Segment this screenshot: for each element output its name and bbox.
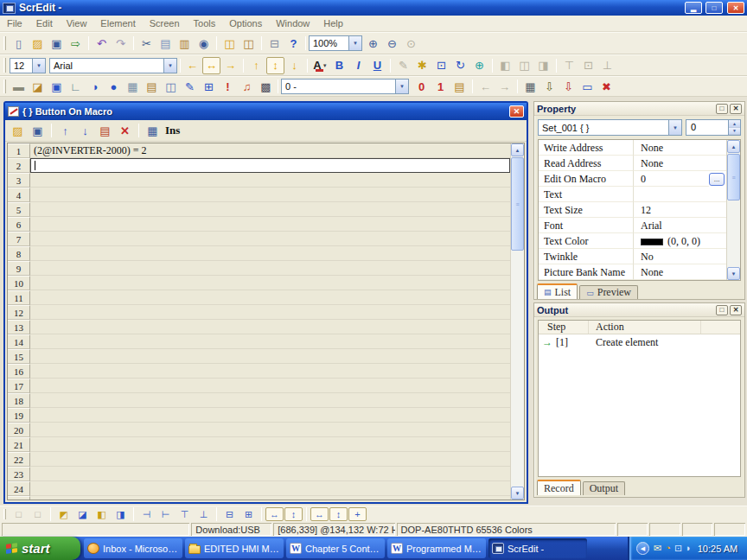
taskbar-task[interactable]: EDITED HMI MANUEL [185, 538, 284, 558]
macro-move-down-icon[interactable]: ↓ [76, 122, 94, 139]
chevron-down-icon[interactable]: ▼ [348, 36, 361, 50]
same-size-icon[interactable]: + [348, 507, 367, 521]
meter-element-icon[interactable]: ◪ [29, 78, 47, 95]
bring-forward-icon[interactable]: ◧ [93, 507, 111, 521]
macro-open-icon[interactable]: ▨ [9, 122, 27, 139]
macro-line[interactable]: 25 [8, 496, 510, 500]
macro-line[interactable]: 13 [8, 320, 510, 334]
clock-icon[interactable]: ◔ [665, 544, 671, 553]
zoom-out-icon[interactable]: ⊖ [383, 35, 401, 52]
tab-record[interactable]: Record [537, 480, 581, 495]
menu-screen[interactable]: Screen [143, 16, 187, 31]
macro-line[interactable]: 18 [8, 393, 510, 408]
collapse-chevron-icon[interactable]: ◀ [636, 542, 649, 555]
minimize-button[interactable]: ▂ [685, 2, 702, 14]
scroll-up-button[interactable]: ▲ [727, 140, 740, 153]
new-screen-icon[interactable]: ◫ [220, 35, 239, 52]
space-down-icon[interactable]: ↕ [284, 507, 303, 521]
restore-button[interactable]: □ [706, 2, 723, 14]
font-name-combobox[interactable]: Arial ▼ [49, 58, 177, 73]
rotate-element-icon[interactable]: ↻ [451, 57, 469, 74]
screen-manager-icon[interactable]: ▭ [578, 78, 597, 95]
font-size-combobox[interactable]: 12 ▼ [10, 58, 46, 73]
build-icon[interactable]: ▦ [521, 78, 540, 95]
float-panel-button[interactable]: □ [716, 104, 728, 114]
element-property-icon[interactable]: ▤ [450, 78, 469, 95]
scroll-thumb[interactable]: ≡ [511, 157, 524, 251]
help-icon[interactable]: ? [284, 35, 303, 52]
menu-view[interactable]: View [60, 16, 94, 31]
taskbar-task[interactable]: Inbox - Microsoft O... [84, 538, 182, 558]
center-element-icon[interactable]: ⊕ [470, 57, 488, 74]
macro-line[interactable]: 8 [8, 246, 510, 261]
volume-icon[interactable]: ◗ [686, 544, 692, 553]
display-icon[interactable]: ⊡ [674, 544, 682, 553]
macro-line[interactable]: 6 [8, 217, 510, 232]
chevron-down-icon[interactable]: ▼ [668, 120, 681, 135]
open-screen-icon[interactable]: ◫ [239, 35, 258, 52]
zoom-in-icon[interactable]: ⊕ [364, 35, 382, 52]
close-button[interactable]: ✕ [727, 2, 744, 14]
chevron-down-icon[interactable]: ▼ [163, 59, 176, 73]
toolbar-grip[interactable] [3, 80, 6, 92]
italic-icon[interactable]: I [349, 57, 367, 74]
macro-line[interactable]: 3 [8, 173, 510, 188]
toolbar-grip[interactable] [3, 36, 6, 51]
button-element-icon[interactable]: ▬ [10, 78, 28, 95]
same-height-icon[interactable]: ↕ [329, 507, 348, 521]
save-icon[interactable]: ▣ [48, 35, 66, 52]
redo-icon[interactable]: ↷ [112, 35, 130, 52]
tab-list[interactable]: ▤ List [537, 283, 578, 299]
print-icon[interactable]: ⊟ [265, 35, 284, 52]
macro-line[interactable]: 24 [8, 481, 510, 496]
edit-macro-browse-button[interactable]: ... [709, 173, 725, 186]
text-align-center-icon[interactable]: ↔ [202, 57, 220, 74]
curve-element-icon[interactable]: ✎ [181, 78, 199, 95]
bring-to-front-icon[interactable]: ◩ [54, 507, 73, 521]
chevron-down-icon[interactable]: ▼ [395, 80, 408, 93]
toolbar-grip[interactable] [3, 509, 6, 520]
pipe-element-icon[interactable]: ∟ [67, 78, 85, 95]
property-row[interactable]: FontArial [539, 218, 726, 233]
find-icon[interactable]: ◉ [195, 35, 213, 52]
property-row[interactable]: Text [539, 187, 726, 202]
state-combobox[interactable]: 0 - ▼ [281, 79, 409, 94]
macro-delete-icon[interactable]: ✕ [116, 122, 134, 139]
text-align-right-icon[interactable]: → [221, 57, 239, 74]
tab-output[interactable]: Output [583, 481, 625, 495]
taskbar-task[interactable]: WChapter 5 Control B... [286, 538, 385, 558]
center-horizontal-icon[interactable]: ⊟ [220, 507, 239, 521]
export-icon[interactable]: ⇨ [67, 35, 85, 52]
taskbar-task[interactable]: ScrEdit - [488, 538, 587, 558]
macro-line[interactable]: 7 [8, 232, 510, 246]
macro-save-icon[interactable]: ▣ [29, 122, 47, 139]
chevron-down-icon[interactable]: ▼ [32, 59, 45, 73]
paste-icon[interactable]: ▥ [176, 35, 194, 52]
macro-line[interactable]: 1(2@INVERTER-2000) = 2 [8, 143, 510, 158]
start-button[interactable]: start [0, 537, 80, 560]
macro-line[interactable]: 11 [8, 290, 510, 305]
text-align-middle-icon[interactable]: ↕ [266, 57, 284, 74]
property-row[interactable]: Text Size12 [539, 202, 726, 218]
text-align-bottom-icon[interactable]: ↓ [285, 57, 303, 74]
mail-icon[interactable]: ✉ [654, 544, 661, 553]
menu-window[interactable]: Window [269, 16, 316, 31]
send-to-back-icon[interactable]: ◪ [73, 507, 92, 521]
scroll-down-button[interactable]: ▼ [727, 267, 740, 280]
menu-file[interactable]: File [0, 16, 29, 31]
underline-icon[interactable]: U [368, 57, 386, 74]
macro-line[interactable]: 16 [8, 364, 510, 379]
macro-line[interactable]: 4 [8, 188, 510, 202]
macro-edit-icon[interactable]: ▤ [96, 122, 114, 139]
state-0-icon[interactable]: 0 [412, 78, 431, 95]
undo-icon[interactable]: ↶ [93, 35, 111, 52]
menu-tools[interactable]: Tools [187, 16, 223, 31]
macro-line[interactable]: 12 [8, 305, 510, 320]
output-row[interactable]: →[1]Create element [539, 334, 740, 350]
cut-icon[interactable]: ✂ [137, 35, 156, 52]
bar-element-icon[interactable]: ▣ [48, 78, 66, 95]
macro-line[interactable]: 17 [8, 379, 510, 393]
macro-line[interactable]: 15 [8, 349, 510, 364]
state-spinner[interactable]: 0 ▲ ▼ [686, 119, 741, 136]
macro-line[interactable]: 2 [8, 158, 510, 173]
